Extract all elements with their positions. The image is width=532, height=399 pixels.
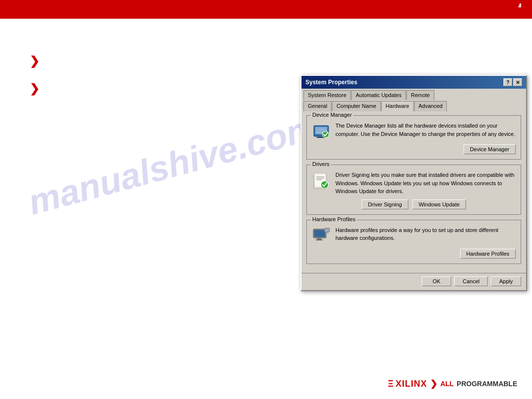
chevron-icon-2: ❯ [30,82,39,96]
tab-system-restore[interactable]: System Restore [303,90,351,100]
programmable-text: PROGRAMMABLE [457,380,517,388]
ok-button[interactable]: OK [422,276,451,286]
left-sidebar-arrows: ❯ ❯ [30,54,39,109]
hardware-profiles-button[interactable]: Hardware Profiles [460,249,516,259]
drivers-icon [312,171,331,190]
dialog-title: System Properties [305,79,357,86]
tab-remote[interactable]: Remote [406,90,434,100]
dialog-content: Device Manager [301,111,526,273]
device-manager-group-label: Device Manager [311,112,353,118]
hardware-profiles-group: Hardware Profiles Hardware profiles p [306,220,521,264]
system-properties-dialog: System Properties ? ✕ System Restore Aut… [300,75,527,291]
drivers-group: Drivers Driver Signing lets you make [306,165,521,215]
device-manager-icon [312,122,331,140]
svg-rect-21 [314,230,325,237]
drivers-group-label: Drivers [311,161,331,167]
windows-update-button[interactable]: Windows Update [412,200,466,209]
tab-computer-name[interactable]: Computer Name [332,101,381,111]
hardware-profiles-inner: Hardware profiles provide a way for you … [312,226,516,245]
tab-hardware[interactable]: Hardware [381,101,414,111]
xilinx-chevron-icon: ❯ [430,378,437,389]
device-manager-button[interactable]: Device Manager [464,144,516,154]
title-bar-buttons: ? ✕ [503,78,522,86]
device-manager-description: The Device Manager lists all the hardwar… [335,122,516,138]
all-text: ALL [440,380,454,388]
device-manager-group: Device Manager [306,115,521,160]
svg-rect-25 [326,229,329,231]
tab-advanced[interactable]: Advanced [414,101,447,111]
drivers-button-row: Driver Signing Windows Update [312,200,516,209]
arrow-item-1: ❯ [30,54,39,68]
tab-container: System Restore Automatic Updates Remote … [301,89,526,111]
top-bar-logo-icon [493,2,522,16]
close-button[interactable]: ✕ [513,78,522,86]
apply-button[interactable]: Apply [491,276,521,286]
cancel-button[interactable]: Cancel [454,276,488,286]
xilinx-logo: Ξ XILINX ❯ ALL PROGRAMMABLE [388,378,517,389]
tab-automatic-updates[interactable]: Automatic Updates [351,90,406,100]
drivers-description: Driver Signing lets you make sure that i… [335,171,516,196]
hardware-profiles-icon [312,226,331,245]
svg-rect-22 [317,238,321,239]
device-manager-button-row: Device Manager [312,144,516,154]
hardware-profiles-description: Hardware profiles provide a way for you … [335,226,516,242]
dialog-title-bar: System Properties ? ✕ [301,76,526,89]
tab-row-2: General Computer Name Hardware Advanced [303,101,524,111]
tab-general[interactable]: General [303,101,332,111]
hardware-profiles-group-label: Hardware Profiles [311,216,357,222]
svg-rect-23 [316,239,323,240]
svg-marker-0 [502,2,522,16]
top-bar [0,0,532,19]
arrow-item-2: ❯ [30,82,39,96]
drivers-inner: Driver Signing lets you make sure that i… [312,171,516,196]
xilinx-icon: Ξ [388,379,394,389]
chevron-icon-1: ❯ [30,54,39,68]
hardware-profiles-button-row: Hardware Profiles [312,249,516,259]
xilinx-brand-text: XILINX [396,379,427,389]
device-manager-inner: The Device Manager lists all the hardwar… [312,122,516,140]
driver-signing-button[interactable]: Driver Signing [362,200,408,209]
help-button[interactable]: ? [503,78,512,86]
watermark-text: manualshive.com [24,113,296,223]
dialog-footer: OK Cancel Apply [301,273,526,290]
tab-row-1: System Restore Automatic Updates Remote [303,90,524,100]
